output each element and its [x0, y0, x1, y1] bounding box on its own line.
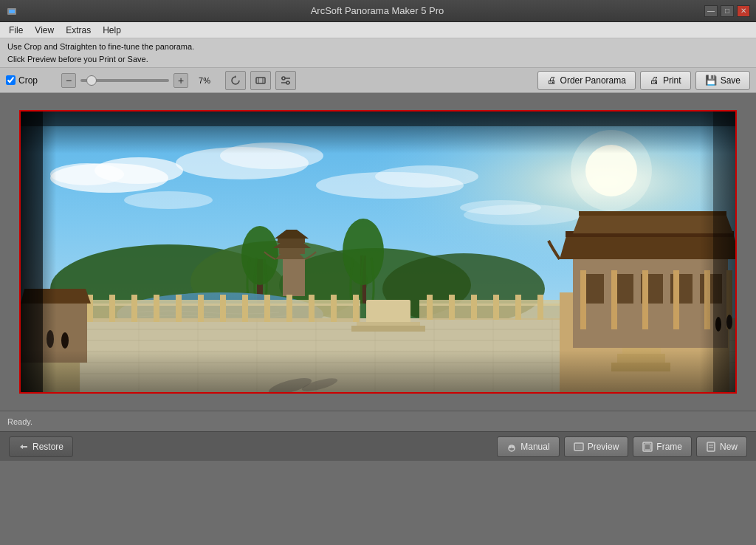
- status-bar: Ready.: [0, 411, 756, 431]
- panorama-image: [21, 112, 735, 392]
- new-icon: [706, 442, 716, 452]
- svg-rect-128: [576, 445, 582, 449]
- svg-marker-2: [235, 75, 236, 78]
- restore-icon: [18, 442, 29, 452]
- title-bar: ArcSoft Panorama Maker 5 Pro — □ ✕: [0, 0, 756, 22]
- zoom-in-button[interactable]: +: [173, 73, 188, 88]
- save-button[interactable]: 💾 Save: [695, 71, 750, 90]
- svg-rect-131: [707, 442, 715, 451]
- order-btn-label: Order Panorama: [560, 75, 626, 86]
- bottom-toolbar: Restore Manual Preview Frame New: [0, 431, 756, 461]
- close-button[interactable]: ✕: [737, 5, 750, 17]
- restore-button[interactable]: Restore: [9, 436, 73, 457]
- manual-button[interactable]: Manual: [497, 436, 559, 457]
- svg-rect-121: [21, 112, 43, 392]
- svg-rect-122: [713, 112, 735, 392]
- restore-btn-label: Restore: [32, 442, 63, 452]
- svg-rect-120: [21, 112, 735, 392]
- menu-view[interactable]: View: [29, 24, 60, 37]
- menu-bar: File View Extras Help: [0, 22, 756, 38]
- print-btn-label: Print: [663, 75, 681, 86]
- menu-help[interactable]: Help: [97, 24, 127, 37]
- frame-btn-label: Frame: [656, 442, 682, 452]
- app-title: ArcSoft Panorama Maker 5 Pro: [50, 5, 704, 16]
- preview-icon: [574, 442, 584, 452]
- new-button[interactable]: New: [696, 436, 747, 457]
- svg-point-6: [282, 77, 285, 80]
- order-panorama-button[interactable]: 🖨 Order Panorama: [537, 71, 636, 90]
- adjust-button[interactable]: [275, 71, 296, 90]
- preview-button[interactable]: Preview: [564, 436, 629, 457]
- svg-rect-3: [256, 78, 265, 83]
- minimize-button[interactable]: —: [704, 5, 718, 17]
- panorama-container[interactable]: [19, 110, 737, 394]
- svg-rect-123: [21, 112, 735, 126]
- instructions-panel: Use Crop and Straighten to fine-tune the…: [0, 38, 756, 68]
- save-icon: 💾: [705, 75, 717, 86]
- print-button[interactable]: 🖨 Print: [640, 71, 691, 90]
- preview-btn-label: Preview: [588, 442, 619, 452]
- new-btn-label: New: [720, 442, 738, 452]
- main-toolbar: Crop − + 7% 🖨 Order Panorama 🖨 Print 💾 S…: [0, 68, 756, 93]
- zoom-out-button[interactable]: −: [61, 73, 76, 88]
- zoom-slider-thumb[interactable]: [86, 75, 97, 86]
- crop-checkbox[interactable]: [6, 75, 16, 85]
- window-icon: [6, 5, 18, 17]
- frame-button[interactable]: Frame: [633, 436, 692, 457]
- save-btn-label: Save: [721, 75, 740, 86]
- crop-checkbox-label[interactable]: Crop: [6, 75, 38, 86]
- main-canvas-area: [0, 93, 756, 411]
- svg-point-125: [509, 445, 512, 448]
- zoom-percent: 7%: [199, 76, 210, 85]
- svg-rect-130: [645, 444, 650, 450]
- instruction-line1: Use Crop and Straighten to fine-tune the…: [7, 41, 749, 53]
- maximize-button[interactable]: □: [721, 5, 734, 17]
- instruction-line2: Click Preview before you Print or Save.: [7, 53, 749, 66]
- menu-extras[interactable]: Extras: [60, 24, 97, 37]
- fit-view-button[interactable]: [250, 71, 271, 90]
- menu-file[interactable]: File: [3, 24, 29, 37]
- manual-icon: [506, 442, 517, 452]
- svg-rect-1: [9, 10, 15, 13]
- crop-label: Crop: [18, 75, 38, 86]
- zoom-slider[interactable]: [80, 79, 169, 82]
- status-text: Ready.: [7, 417, 32, 426]
- manual-btn-label: Manual: [520, 442, 549, 452]
- order-icon: 🖨: [547, 75, 557, 86]
- rotate-left-button[interactable]: [225, 71, 246, 90]
- svg-point-7: [286, 81, 289, 84]
- svg-point-126: [512, 445, 515, 448]
- frame-icon: [642, 442, 653, 452]
- print-icon: 🖨: [650, 75, 659, 86]
